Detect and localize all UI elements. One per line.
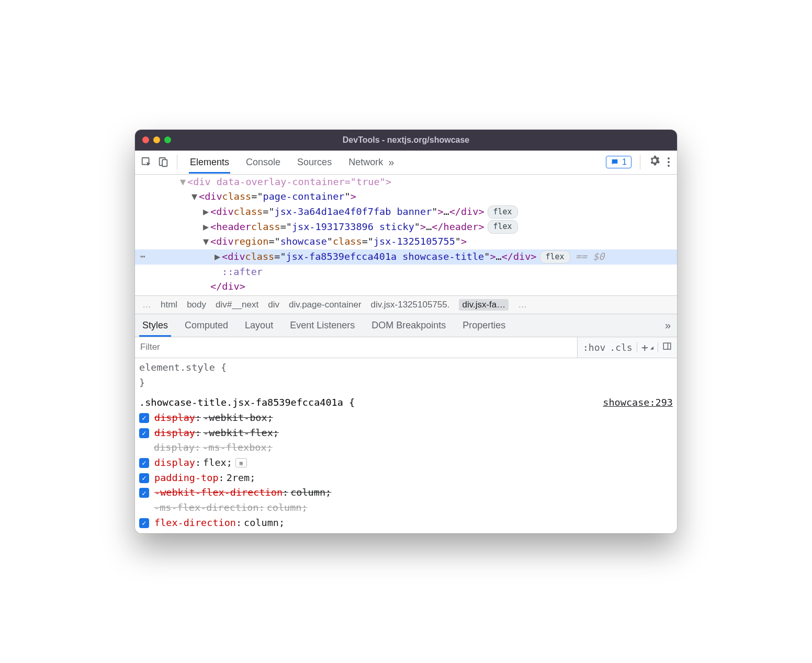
css-declaration[interactable]: -webkit-flex-direction: column; bbox=[139, 485, 673, 500]
main-tab-network[interactable]: Network bbox=[347, 152, 384, 173]
css-rule-header: .showcase-title.jsx-fa8539efcca401a { sh… bbox=[139, 395, 673, 410]
styles-tab-dom-breakpoints[interactable]: DOM Breakpoints bbox=[370, 315, 447, 336]
toggle-computed-sidebar-icon[interactable] bbox=[662, 341, 672, 353]
main-tab-sources[interactable]: Sources bbox=[296, 152, 333, 173]
svg-rect-2 bbox=[162, 160, 167, 167]
main-toolbar: ElementsConsoleSourcesNetwork » 1 bbox=[135, 151, 677, 175]
styles-pane[interactable]: element.style { } .showcase-title.jsx-fa… bbox=[135, 358, 677, 533]
divider bbox=[637, 342, 637, 352]
zoom-window-button[interactable] bbox=[164, 136, 171, 143]
rule-close: } bbox=[139, 375, 673, 391]
css-declarations: display: -webkit-box;display: -webkit-fl… bbox=[139, 410, 673, 530]
main-tab-console[interactable]: Console bbox=[245, 152, 281, 173]
toolbar-divider bbox=[640, 155, 640, 169]
styles-tab-properties[interactable]: Properties bbox=[461, 315, 506, 336]
issues-button[interactable]: 1 bbox=[606, 156, 631, 168]
layout-badge[interactable]: flex bbox=[488, 220, 518, 233]
breadcrumb-item[interactable]: div.page-container bbox=[289, 300, 362, 310]
inspect-element-icon[interactable] bbox=[140, 156, 153, 168]
main-tab-elements[interactable]: Elements bbox=[189, 152, 230, 173]
css-declaration[interactable]: display: -webkit-flex; bbox=[139, 426, 673, 441]
styles-tab-styles[interactable]: Styles bbox=[141, 315, 169, 336]
window-controls bbox=[142, 136, 171, 143]
css-declaration[interactable]: padding-top: 2rem; bbox=[139, 471, 673, 486]
dom-node[interactable]: </div> bbox=[135, 279, 677, 294]
svg-rect-3 bbox=[663, 343, 671, 349]
css-declaration[interactable]: -ms-flex-direction: column; bbox=[139, 500, 673, 516]
toolbar-right: 1 bbox=[606, 155, 672, 169]
breadcrumb-item[interactable]: html bbox=[161, 300, 177, 310]
styles-tabbar: StylesComputedLayoutEvent ListenersDOM B… bbox=[135, 314, 677, 337]
breadcrumb-item[interactable]: body bbox=[187, 300, 206, 310]
main-tabs: ElementsConsoleSourcesNetwork bbox=[189, 152, 384, 173]
styles-tab-computed[interactable]: Computed bbox=[184, 315, 229, 336]
css-declaration[interactable]: display: -ms-flexbox; bbox=[139, 440, 673, 455]
settings-gear-icon[interactable] bbox=[649, 155, 660, 169]
window-title: DevTools - nextjs.org/showcase bbox=[135, 135, 677, 145]
device-toolbar-icon[interactable] bbox=[157, 156, 170, 168]
devtools-window: DevTools - nextjs.org/showcase ElementsC… bbox=[135, 130, 677, 534]
css-declaration[interactable]: flex-direction: column; bbox=[139, 516, 673, 531]
css-declaration[interactable]: display: -webkit-box; bbox=[139, 410, 673, 426]
rule-source-link[interactable]: showcase:293 bbox=[603, 395, 673, 410]
titlebar: DevTools - nextjs.org/showcase bbox=[135, 130, 677, 151]
new-style-rule-icon[interactable]: + bbox=[641, 341, 648, 354]
toolbar-divider bbox=[177, 155, 177, 169]
layout-badge[interactable]: flex bbox=[488, 205, 518, 219]
layout-badge[interactable]: flex bbox=[540, 250, 570, 264]
breadcrumb-item[interactable]: div.jsx-fa… bbox=[459, 299, 509, 311]
close-window-button[interactable] bbox=[142, 136, 149, 143]
divider bbox=[658, 342, 658, 352]
more-menu-icon[interactable] bbox=[666, 155, 672, 169]
breadcrumb-item[interactable]: div#__next bbox=[216, 300, 258, 310]
dom-node[interactable]: ▼<div region="showcase" class="jsx-13251… bbox=[135, 234, 677, 249]
dom-node[interactable]: ▼<div data-overlay-container="true"> bbox=[135, 175, 677, 190]
dom-node[interactable]: ▶<div class="jsx-fa8539efcca401a showcas… bbox=[135, 249, 677, 265]
breadcrumb-item[interactable]: div bbox=[268, 300, 279, 310]
declaration-checkbox[interactable] bbox=[139, 428, 149, 438]
styles-tab-layout[interactable]: Layout bbox=[244, 315, 274, 336]
hov-toggle[interactable]: :hov bbox=[583, 342, 605, 353]
styles-filter-input[interactable] bbox=[135, 337, 577, 358]
dom-node[interactable]: ▶<header class="jsx-1931733896 sticky">…… bbox=[135, 220, 677, 235]
element-style-rule: element.style { bbox=[139, 360, 673, 375]
breadcrumb-overflow-left[interactable]: … bbox=[142, 300, 151, 310]
styles-filter-row: :hov .cls + ◢ bbox=[135, 337, 677, 358]
declaration-checkbox[interactable] bbox=[139, 518, 149, 528]
cls-toggle[interactable]: .cls bbox=[610, 342, 632, 353]
elements-tree[interactable]: ▼<div data-overlay-container="true">▼<di… bbox=[135, 175, 677, 295]
more-styles-tabs-icon[interactable]: » bbox=[665, 319, 671, 332]
rule-selector: element.style bbox=[139, 362, 215, 373]
elements-breadcrumbs[interactable]: … htmlbodydiv#__nextdivdiv.page-containe… bbox=[135, 295, 677, 314]
dom-node[interactable]: ▶<div class="jsx-3a64d1ae4f0f7fab banner… bbox=[135, 204, 677, 220]
css-declaration[interactable]: display: flex;▦ bbox=[139, 455, 673, 471]
declaration-checkbox[interactable] bbox=[139, 488, 149, 498]
dom-node[interactable]: ::after bbox=[135, 265, 677, 280]
declaration-checkbox[interactable] bbox=[139, 473, 149, 483]
styles-tab-event-listeners[interactable]: Event Listeners bbox=[289, 315, 356, 336]
styles-filter-tools: :hov .cls + ◢ bbox=[577, 337, 677, 358]
breadcrumb-item[interactable]: div.jsx-1325105755. bbox=[371, 300, 450, 310]
dropdown-caret: ◢ bbox=[650, 345, 653, 350]
dom-node[interactable]: ▼<div class="page-container"> bbox=[135, 189, 677, 204]
minimize-window-button[interactable] bbox=[153, 136, 160, 143]
issues-count: 1 bbox=[622, 157, 627, 167]
flex-editor-icon[interactable]: ▦ bbox=[235, 458, 247, 467]
breadcrumb-overflow-right[interactable]: … bbox=[518, 300, 527, 310]
declaration-checkbox[interactable] bbox=[139, 413, 149, 423]
declaration-checkbox[interactable] bbox=[139, 458, 149, 468]
more-tabs-icon[interactable]: » bbox=[388, 156, 394, 168]
rule-selector[interactable]: .showcase-title.jsx-fa8539efcca401a { bbox=[139, 395, 355, 410]
